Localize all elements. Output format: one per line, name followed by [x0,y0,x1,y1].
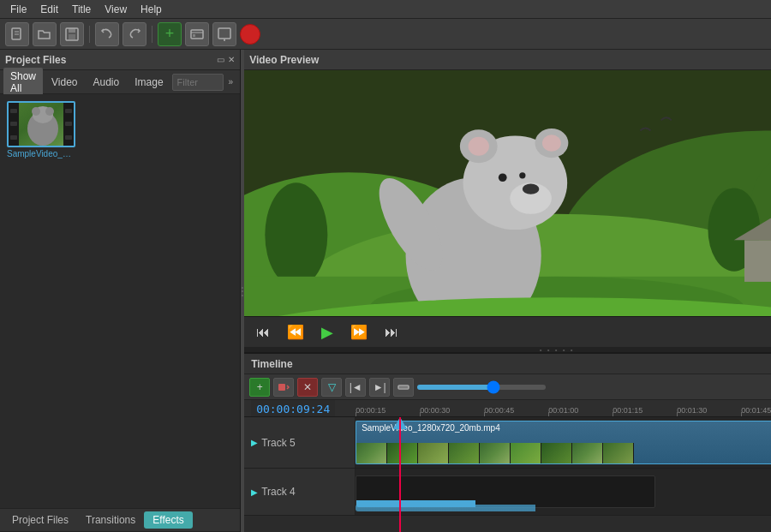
timeline-ruler: 00:00:09:24 00:00:15 00:00:30 00:00:45 0… [244,400,771,417]
svg-point-14 [32,107,40,116]
ruler-mark-3: 00:01:00 [548,406,613,415]
bottom-tab-effects[interactable]: Effects [144,511,192,529]
ruler-mark-2: 00:00:45 [484,406,548,415]
new-button[interactable] [5,22,29,46]
tl-ripple-button[interactable] [273,378,294,397]
clip-thumb-5 [511,443,541,463]
clip-thumb-4 [480,443,511,463]
main-layout: Project Files ▭ ✕ Show All Video Audio I… [0,50,771,532]
track4-content[interactable] [356,469,771,515]
track4-arrow-icon[interactable]: ▶ [251,487,258,497]
video-frame-svg [244,70,771,316]
filter-tab-image[interactable]: Image [128,74,170,91]
media-thumbnail [7,101,75,147]
track-row-track4: ▶ Track 4 [244,469,771,516]
add-button[interactable]: + [158,22,182,46]
film-notch-5 [65,122,72,126]
svg-point-32 [523,184,539,194]
film-notch-2 [10,122,17,126]
tracks-container: ▶ Track 5 SampleVideo_1280x720_20mb.mp4 [244,417,771,532]
track-row-track5: ▶ Track 5 SampleVideo_1280x720_20mb.mp4 [244,417,771,469]
filter-input[interactable] [172,74,224,91]
tl-razor-button[interactable] [393,378,414,397]
filter-tabs: Show All Video Audio Image » [0,70,240,94]
svg-point-33 [499,173,507,182]
film-notch-1 [10,109,17,113]
film-notch-4 [65,109,72,113]
play-button[interactable]: ▶ [318,321,337,344]
panel-header-icons: ▭ ✕ [217,55,235,64]
timeline-body: 00:00:09:24 00:00:15 00:00:30 00:00:45 0… [244,400,771,532]
skip-back-button[interactable]: ⏮ [253,323,273,342]
track5-label: ▶ Track 5 [244,417,356,468]
media-item-label: SampleVideo_12... [7,149,75,158]
skip-forward-button[interactable]: ⏭ [381,323,402,342]
fast-forward-button[interactable]: ⏩ [347,322,371,342]
right-panel: Video Preview ▭ ✕ [244,50,771,532]
ruler-mark-1: 00:00:30 [420,406,484,415]
panel-close-icon[interactable]: ✕ [228,55,235,64]
preview-header: Video Preview ▭ ✕ [244,50,771,70]
track5-content[interactable]: SampleVideo_1280x720_20mb.mp4 [356,417,771,468]
tl-prev-marker-button[interactable]: |◄ [345,378,366,397]
bottom-tab-transitions[interactable]: Transitions [77,511,144,529]
main-toolbar: + [0,19,771,50]
track4-name: Track 4 [261,486,296,498]
redo-button[interactable] [123,22,146,46]
svg-rect-41 [278,384,285,391]
preview-title: Video Preview [249,54,319,66]
menu-file[interactable]: File [3,2,33,17]
film-notch-6 [65,135,72,140]
bottom-tab-projectfiles[interactable]: Project Files [3,511,77,529]
ruler-mark-6: 00:01:45 [741,406,771,415]
filter-tab-video[interactable]: Video [45,74,84,91]
separator-1 [89,26,90,43]
svg-rect-9 [218,28,230,39]
track4-clip [356,475,655,508]
track5-clip[interactable]: SampleVideo_1280x720_20mb.mp4 [356,421,771,464]
track4-label: ▶ Track 4 [244,469,356,515]
film-strip-right [63,103,74,146]
filter-arrow-icon[interactable]: » [225,75,237,88]
film-notch-3 [10,135,17,140]
save-button[interactable] [60,22,84,46]
svg-point-15 [45,107,54,116]
menu-title[interactable]: Title [65,2,98,17]
media-area: SampleVideo_12... [0,94,240,508]
svg-point-30 [542,134,561,151]
panel-minimize-icon[interactable]: ▭ [217,55,224,64]
timeline-toolbar: + ✕ ▽ |◄ ►| 15 seconds [244,374,771,400]
ruler-mark-4: 00:01:15 [613,406,677,415]
menu-view[interactable]: View [98,2,134,17]
bottom-tabs: Project Files Transitions Effects [0,508,240,532]
rewind-button[interactable]: ⏪ [284,322,308,342]
svg-point-29 [469,137,489,156]
separator-2 [152,26,152,43]
fullscreen-button[interactable] [212,22,236,46]
clip-thumb-6 [541,443,572,463]
open-button[interactable] [33,22,57,46]
filter-tab-showall[interactable]: Show All [3,68,43,97]
project-button[interactable] [185,22,209,46]
timeline-zoom-slider[interactable] [417,385,546,390]
svg-rect-8 [193,34,195,37]
tl-add-button[interactable]: + [249,378,270,397]
track5-name: Track 5 [261,437,296,449]
tl-remove-button[interactable]: ✕ [297,378,318,397]
undo-button[interactable] [95,22,119,46]
menu-edit[interactable]: Edit [33,2,65,17]
media-item-samplevideo[interactable]: SampleVideo_12... [7,101,75,158]
timeline-header: Timeline ▭ ✕ [244,354,771,374]
record-button[interactable] [240,24,260,45]
menu-help[interactable]: Help [134,2,169,17]
tl-arrow-down-button[interactable]: ▽ [321,378,342,397]
ruler-marks: 00:00:15 00:00:30 00:00:45 00:01:00 00:0… [356,406,771,415]
timecode-display: 00:00:09:24 [251,400,335,417]
svg-point-20 [265,182,327,287]
ruler-mark-5: 00:01:30 [677,406,741,415]
tl-next-marker-button[interactable]: ►| [369,378,390,397]
clip-thumb-7 [572,443,603,463]
track5-arrow-icon[interactable]: ▶ [251,438,258,447]
filter-tab-audio[interactable]: Audio [87,74,127,91]
clip-thumbnail-strip [356,443,771,463]
